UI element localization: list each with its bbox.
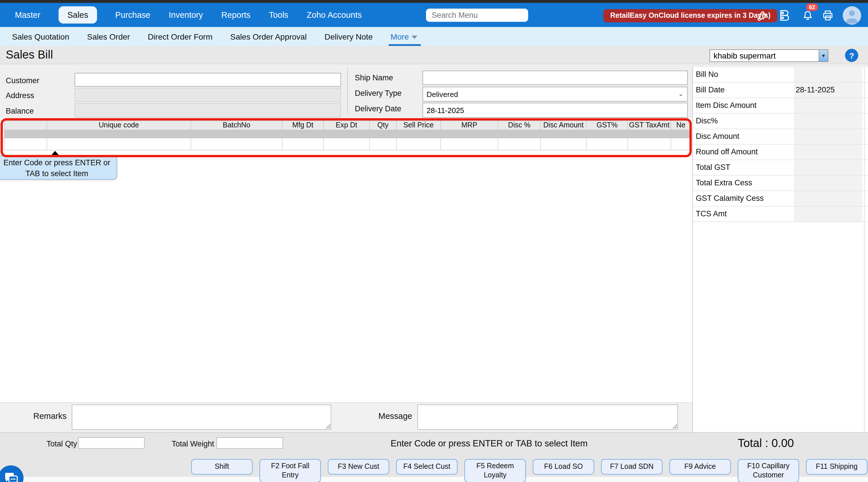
help-icon[interactable]: ? — [845, 49, 858, 62]
remarks-textarea[interactable] — [72, 405, 331, 430]
total-qty-input[interactable] — [78, 437, 145, 449]
fn-button-f7-load-sdn[interactable]: F7 Load SDN — [601, 459, 662, 475]
search-input[interactable] — [426, 9, 528, 22]
user-avatar[interactable] — [843, 6, 861, 25]
summary-row-disc: Disc% — [693, 114, 868, 129]
grand-total: Total : 0.00 — [738, 437, 794, 450]
entry-cell-disc[interactable] — [498, 138, 541, 150]
subnav-item-sales-quotation[interactable]: Sales Quotation — [12, 27, 69, 46]
summary-row-item-disc-amount: Item Disc Amount — [693, 98, 868, 114]
balance-label: Balance — [6, 107, 34, 115]
delivery-type-label: Delivery Type — [355, 89, 402, 98]
item-grid-active-row — [4, 130, 690, 138]
fn-button-f2-foot-fall-entry[interactable]: F2 Foot Fall Entry — [259, 459, 321, 482]
nav-item-master[interactable]: Master — [15, 10, 40, 20]
fn-button-f9-advice[interactable]: F9 Advice — [670, 459, 731, 475]
col-header-disc: Disc % — [498, 121, 541, 130]
summary-label-disc: Disc% — [696, 114, 718, 129]
nav-item-reports[interactable]: Reports — [221, 10, 251, 20]
grand-total-label: Total : — [738, 437, 768, 449]
item-code-hint: Enter Code or press ENTER or TAB to sele… — [346, 439, 632, 449]
item-grid-header: Unique codeBatchNoMfg DtExp DtQtySell Pr… — [4, 121, 691, 131]
entry-cell-mrp[interactable] — [441, 138, 498, 150]
fn-button-f6-load-so[interactable]: F6 Load SO — [533, 459, 594, 475]
nav-item-zoho-accounts[interactable]: Zoho Accounts — [307, 10, 362, 20]
sales-subnav: Sales QuotationSales OrderDirect Order F… — [0, 27, 868, 46]
entry-cell-row-selector[interactable] — [5, 138, 47, 150]
message-label: Message — [372, 411, 412, 421]
customer-input[interactable] — [74, 73, 341, 87]
entry-cell-gst-taxamt[interactable] — [628, 138, 671, 150]
license-warning-badge: RetailEasy OnCloud license expires in 3 … — [603, 9, 778, 22]
fn-button-f11-shipping[interactable]: F11 Shipping — [806, 459, 867, 475]
entry-cell-sell-price[interactable] — [397, 138, 441, 150]
main-menu: MasterSalesPurchaseInventoryReportsTools… — [15, 6, 362, 24]
fn-button-shift[interactable]: Shift — [191, 459, 253, 475]
col-header-batchno: BatchNo — [191, 121, 282, 130]
col-header-sell-price: Sell Price — [397, 121, 441, 130]
fn-button-f5-redeem-loyalty[interactable]: F5 Redeem Loyalty — [464, 459, 526, 482]
col-header-gst-taxamt: GST TaxAmt — [628, 121, 671, 130]
fn-button-f3-new-cust[interactable]: F3 New Cust — [328, 459, 389, 475]
address-label: Address — [6, 91, 34, 100]
printer-icon[interactable] — [821, 9, 835, 22]
fn-button-f10-capillary-customer[interactable]: F10 Capillary Customer — [738, 459, 799, 482]
summary-label-gst-calamity-cess: GST Calamity Cess — [696, 191, 764, 206]
entry-cell-ne[interactable] — [671, 138, 691, 150]
total-weight-input[interactable] — [216, 437, 283, 449]
chat-support-button[interactable] — [0, 465, 24, 482]
entry-cell-batchno[interactable] — [191, 138, 282, 150]
bill-summary-panel: Bill NoBill Date28-11-2025Item Disc Amou… — [692, 67, 868, 432]
subnav-item-delivery-note[interactable]: Delivery Note — [324, 27, 373, 46]
remarks-label: Remarks — [23, 411, 67, 421]
subnav-item-sales-order-approval[interactable]: Sales Order Approval — [230, 27, 307, 46]
nav-item-sales[interactable]: Sales — [59, 6, 97, 24]
col-header-qty: Qty — [370, 121, 397, 130]
ship-name-input[interactable] — [423, 71, 688, 85]
delivery-type-select[interactable]: Delivered ⌄ — [423, 87, 688, 102]
col-header-gst: GST% — [587, 121, 628, 130]
store-selector[interactable] — [710, 50, 819, 62]
delivery-date-label: Delivery Date — [355, 104, 401, 113]
entry-cell-exp-dt[interactable] — [324, 138, 370, 150]
summary-row-round-off-amount: Round off Amount — [693, 144, 868, 160]
store-selector-dropdown-icon[interactable]: ▼ — [819, 50, 828, 62]
summary-value-total-gst — [794, 160, 862, 175]
summary-row-tcs-amt: TCS Amt — [693, 206, 868, 222]
delivery-date-input[interactable] — [423, 103, 688, 118]
summary-row-disc-amount: Disc Amount — [693, 129, 868, 144]
entry-cell-mfg-dt[interactable] — [282, 138, 324, 150]
entry-cell-qty[interactable] — [370, 138, 397, 150]
message-textarea[interactable] — [417, 405, 678, 430]
col-header-exp-dt: Exp Dt — [324, 121, 370, 130]
function-buttons: ShiftF2 Foot Fall EntryF3 New CustF4 Sel… — [191, 459, 867, 482]
item-code-tooltip: Enter Code or press ENTER or TAB to sele… — [0, 156, 117, 180]
zoho-books-icon[interactable] — [777, 9, 791, 22]
nav-item-tools[interactable]: Tools — [269, 10, 288, 20]
summary-value-total-extra-cess — [794, 175, 862, 191]
subnav-item-direct-order-form[interactable]: Direct Order Form — [148, 27, 213, 46]
fn-button-f4-select-cust[interactable]: F4 Select Cust — [396, 459, 458, 475]
summary-value-round-off-amount — [794, 144, 862, 160]
sales-bill-page: MasterSalesPurchaseInventoryReportsTools… — [0, 0, 868, 482]
page-title: Sales Bill — [6, 48, 53, 61]
summary-value-item-disc-amount — [794, 98, 862, 113]
entry-cell-unique-code[interactable] — [47, 138, 191, 150]
entry-cell-gst[interactable] — [587, 138, 628, 150]
col-header-mfg-dt: Mfg Dt — [282, 121, 324, 130]
subnav-item-more[interactable]: More — [391, 27, 417, 46]
summary-row-bill-no: Bill No — [693, 67, 868, 83]
theme-brush-icon[interactable] — [755, 9, 769, 22]
chevron-down-icon — [412, 35, 417, 39]
summary-label-round-off-amount: Round off Amount — [696, 144, 758, 160]
subnav-item-sales-order[interactable]: Sales Order — [87, 27, 130, 46]
item-grid-entry-row — [4, 138, 691, 150]
summary-label-bill-no: Bill No — [696, 67, 718, 82]
nav-item-purchase[interactable]: Purchase — [115, 10, 150, 20]
summary-row-bill-date: Bill Date28-11-2025 — [693, 83, 868, 98]
entry-cell-disc-amount[interactable] — [541, 138, 587, 150]
summary-value-disc-amount — [794, 129, 862, 144]
nav-item-inventory[interactable]: Inventory — [169, 10, 203, 20]
col-header-disc-amount: Disc Amount — [541, 121, 587, 130]
total-weight-label: Total Weight — [172, 440, 214, 448]
